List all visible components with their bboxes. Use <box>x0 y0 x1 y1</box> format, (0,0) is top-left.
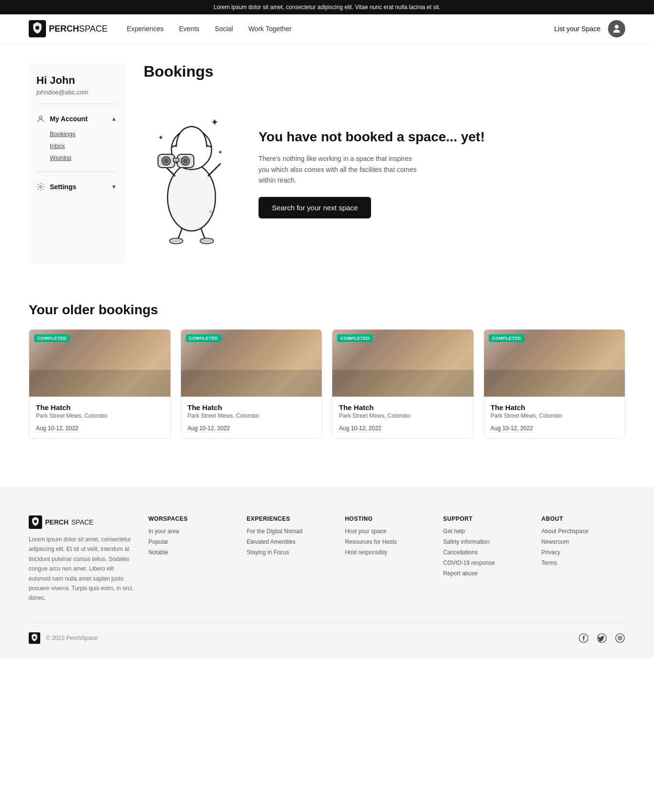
sidebar-user-name: Hi John <box>36 74 117 87</box>
booking-card-image-wrap: COMPLETED <box>484 330 625 397</box>
booking-card[interactable]: COMPLETED The Hatch Park Street Mews, Co… <box>332 329 474 439</box>
sidebar-divider-2 <box>36 172 117 172</box>
footer-link-newsroom[interactable]: Newsroom <box>541 538 625 545</box>
footer-link-get-help[interactable]: Get help <box>443 528 527 535</box>
footer-experiences-title: EXPERIENCES <box>247 515 330 522</box>
footer-link-elevated-amenities[interactable]: Elevated Amenities <box>247 538 330 545</box>
bookings-title: Bookings <box>144 63 625 80</box>
footer-link-in-your-area[interactable]: In your area <box>148 528 232 535</box>
completed-badge: COMPLETED <box>34 334 70 342</box>
svg-point-1 <box>35 26 39 30</box>
footer-link-host-space[interactable]: Host your space <box>345 528 428 535</box>
footer-link-covid[interactable]: COVID-19 response <box>443 560 527 566</box>
search-space-button[interactable]: Search for your next space <box>259 197 371 218</box>
booking-card[interactable]: COMPLETED The Hatch Park Street Mews, Co… <box>484 329 626 439</box>
sidebar-settings-title: Settings <box>36 183 76 191</box>
user-icon <box>612 24 621 34</box>
booking-card-name: The Hatch <box>188 403 316 412</box>
footer-logo-icon <box>29 515 42 529</box>
booking-card-location: Park Street Mews, Colombo <box>339 412 467 419</box>
bookings-area: Bookings ✦ ✦ ✦ <box>144 63 625 264</box>
footer-logo-text-perch: PERCH <box>45 518 68 526</box>
svg-point-17 <box>200 238 214 244</box>
footer-link-safety[interactable]: Safety information <box>443 538 527 545</box>
footer-brand-text: Lorem ipsum dolor sit amet, consectetur … <box>29 535 134 603</box>
svg-point-20 <box>34 520 37 523</box>
booking-card-name: The Hatch <box>491 403 619 412</box>
empty-heading: You have not booked a space... yet! <box>259 128 485 146</box>
footer-about-title: ABOUT <box>541 515 625 522</box>
list-space-button[interactable]: List your Space <box>554 25 601 33</box>
empty-body: There's nothing like working in a space … <box>259 153 421 185</box>
sidebar-item-wishlist[interactable]: Wishlist <box>50 152 117 164</box>
user-avatar-button[interactable] <box>608 20 625 37</box>
footer-col-experiences: EXPERIENCES For the Digital Nomad Elevat… <box>247 515 330 603</box>
footer-link-popular[interactable]: Popular <box>148 538 232 545</box>
binoculars-illustration: ✦ ✦ ✦ <box>144 102 239 245</box>
sidebar-my-account-header[interactable]: My Account ▲ <box>36 112 117 126</box>
footer-hosting-title: HOSTING <box>345 515 428 522</box>
booking-card-body: The Hatch Park Street Mews, Colombo Aug … <box>332 397 474 438</box>
logo-icon <box>29 20 46 37</box>
sidebar-settings-header[interactable]: Settings ▼ <box>36 180 117 194</box>
booking-card-name: The Hatch <box>36 403 164 412</box>
footer-link-digital-nomad[interactable]: For the Digital Nomad <box>247 528 330 535</box>
sidebar-item-inbox[interactable]: Inbox <box>50 140 117 152</box>
svg-point-7 <box>168 164 215 231</box>
instagram-icon[interactable] <box>615 633 625 643</box>
footer-col-workspaces: WORSPACES In your area Popular Notable <box>148 515 232 603</box>
svg-point-18 <box>209 210 212 213</box>
svg-point-16 <box>169 238 183 244</box>
sidebar-my-account-section: My Account ▲ Bookings Inbox Wishlist <box>36 112 117 164</box>
footer-link-staying-focus[interactable]: Staying in Focus <box>247 549 330 556</box>
footer-bottom: © 2022 PerchSpace <box>29 622 625 644</box>
my-account-chevron-icon: ▲ <box>111 115 117 122</box>
nav-work-together[interactable]: Work Together <box>248 25 292 33</box>
footer-col-hosting: HOSTING Host your space Resources for Ho… <box>345 515 428 603</box>
svg-point-14 <box>164 159 169 163</box>
footer-link-cancellations[interactable]: Cancellations <box>443 549 527 556</box>
svg-rect-11 <box>173 158 179 162</box>
booking-card-location: Park Street Mews, Colombo <box>188 412 316 419</box>
booking-card[interactable]: COMPLETED The Hatch Park Street Mews, Co… <box>29 329 171 439</box>
facebook-icon[interactable] <box>578 633 589 643</box>
svg-point-25 <box>616 634 624 642</box>
bookings-grid: COMPLETED The Hatch Park Street Mews, Co… <box>29 329 625 439</box>
footer-link-about-perchspace[interactable]: About Perchspace <box>541 528 625 535</box>
booking-card-dates: Aug 10-12, 2022 <box>36 425 164 432</box>
nav-experiences[interactable]: Experiences <box>127 25 164 33</box>
footer-social <box>578 633 625 643</box>
header: PERCHSPACE Experiences Events Social Wor… <box>0 14 654 44</box>
svg-point-15 <box>183 159 188 163</box>
main-nav: Experiences Events Social Work Together <box>127 25 554 33</box>
footer-link-notable[interactable]: Notable <box>148 549 232 556</box>
svg-point-22 <box>33 636 35 639</box>
booking-card-location: Park Street Mews, Colombo <box>491 412 619 419</box>
sidebar-item-bookings[interactable]: Bookings <box>50 128 117 140</box>
booking-card-dates: Aug 10-12, 2022 <box>339 425 467 432</box>
completed-badge: COMPLETED <box>489 334 525 342</box>
footer-link-terms[interactable]: Terms <box>541 560 625 566</box>
nav-events[interactable]: Events <box>179 25 200 33</box>
sidebar-sub-items: Bookings Inbox Wishlist <box>36 128 117 164</box>
footer-link-privacy[interactable]: Privacy <box>541 549 625 556</box>
announcement-text: Lorem ipsum dolor sit amet, consectetur … <box>214 4 440 11</box>
booking-card[interactable]: COMPLETED The Hatch Park Street Mews, Co… <box>180 329 323 439</box>
footer-brand: PERCHSPACE Lorem ipsum dolor sit amet, c… <box>29 515 134 603</box>
footer-link-report-abuse[interactable]: Report abuse <box>443 570 527 577</box>
my-account-label: My Account <box>50 115 88 123</box>
footer: PERCHSPACE Lorem ipsum dolor sit amet, c… <box>0 487 654 658</box>
footer-col-support: SUPPORT Get help Safety information Canc… <box>443 515 527 603</box>
footer-top: PERCHSPACE Lorem ipsum dolor sit amet, c… <box>29 515 625 603</box>
twitter-icon[interactable] <box>597 633 607 643</box>
logo[interactable]: PERCHSPACE <box>29 20 108 37</box>
nav-social[interactable]: Social <box>215 25 233 33</box>
svg-text:✦: ✦ <box>158 134 164 141</box>
footer-link-host-responsibly[interactable]: Host responsibly <box>345 549 428 556</box>
footer-link-resources-hosts[interactable]: Resources for Hosts <box>345 538 428 545</box>
footer-logo-text-space: SPACE <box>71 518 93 526</box>
completed-badge: COMPLETED <box>186 334 222 342</box>
person-icon <box>36 114 45 123</box>
sidebar: Hi John johndoe@abc.com My Account ▲ Boo… <box>29 63 124 264</box>
nav-right: List your Space <box>554 20 626 37</box>
